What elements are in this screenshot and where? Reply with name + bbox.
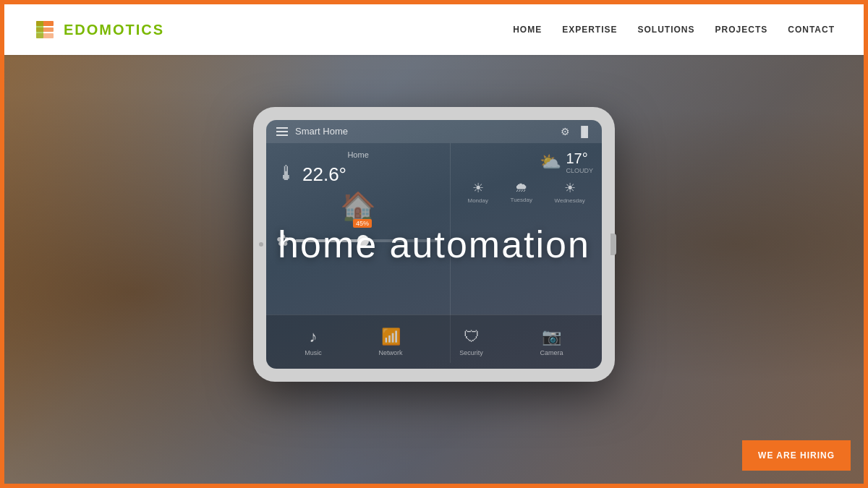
main-nav: HOME EXPERTISE SOLUTIONS PROJECTS CONTAC… [513, 25, 835, 35]
weather-temp: 17° [566, 150, 593, 167]
day-name-wednesday: Wednesday [555, 197, 585, 204]
temperature-value: 22.6° [302, 163, 346, 186]
tablet-mockup: Smart Home ⚙ ▐▌ Home 🌡 [253, 107, 615, 382]
thermometer-icon: 🌡 [276, 163, 297, 184]
temperature-display: 🌡 22.6° [276, 163, 440, 186]
sun-icon: ☀ [472, 180, 484, 196]
security-icon-item[interactable]: 🛡 Security [459, 328, 483, 356]
slider-thumb[interactable] [357, 235, 369, 247]
logo-icon [33, 18, 56, 41]
tablet-camera [259, 242, 263, 247]
fan-control: ✿ 45% [276, 231, 440, 250]
header: EDOMOTICS HOME EXPERTISE SOLUTIONS PROJE… [4, 4, 864, 55]
day-name-monday: Monday [467, 197, 488, 204]
battery-icon: ▐▌ [577, 126, 592, 137]
topbar-right: ⚙ ▐▌ [561, 126, 592, 137]
weather-top: ⛅ 17° CLOUDY [459, 150, 593, 174]
music-icon-item[interactable]: ♪ Music [305, 328, 322, 356]
fan-icon: ✿ [276, 231, 289, 250]
tablet-topbar: Smart Home ⚙ ▐▌ [266, 120, 602, 143]
rain-icon: 🌧 [515, 180, 528, 195]
slider-badge: 45% [353, 219, 372, 228]
nav-home[interactable]: HOME [513, 25, 542, 35]
weather-label: CLOUDY [566, 167, 593, 174]
weather-day-monday: ☀ Monday [467, 180, 488, 204]
tablet-app-title: Smart Home [295, 126, 348, 137]
brand-name: EDOMOTICS [64, 22, 164, 38]
music-label: Music [305, 349, 322, 356]
sun2-icon: ☀ [564, 180, 576, 196]
topbar-left: Smart Home [276, 126, 348, 137]
security-label: Security [459, 349, 483, 356]
camera-icon: 📷 [542, 328, 561, 346]
day-name-tuesday: Tuesday [511, 197, 532, 203]
weather-days: ☀ Monday 🌧 Tuesday ☀ Wednesday [459, 180, 593, 204]
logo-area: EDOMOTICS [33, 18, 164, 41]
network-icon-item[interactable]: 📶 Network [379, 328, 403, 356]
weather-day-wednesday: ☀ Wednesday [555, 180, 585, 204]
music-icon: ♪ [310, 328, 318, 346]
page-frame: EDOMOTICS HOME EXPERTISE SOLUTIONS PROJE… [4, 4, 864, 484]
nav-contact[interactable]: CONTACT [788, 25, 835, 35]
hiring-button[interactable]: WE ARE HIRING [742, 440, 851, 471]
cloud-sun-icon: ⛅ [540, 152, 561, 172]
hamburger-menu[interactable] [276, 127, 288, 136]
camera-label: Camera [540, 349, 563, 356]
fan-slider-container: 45% [295, 232, 440, 249]
camera-icon-item[interactable]: 📷 Camera [540, 328, 563, 356]
weather-info: 17° CLOUDY [566, 150, 593, 174]
shield-icon: 🛡 [464, 328, 480, 346]
weather-day-tuesday: 🌧 Tuesday [511, 180, 532, 204]
tablet-screen: Smart Home ⚙ ▐▌ Home 🌡 [266, 120, 602, 369]
nav-projects[interactable]: PROJECTS [715, 25, 768, 35]
gear-icon[interactable]: ⚙ [561, 126, 570, 137]
tablet-bottom-bar: ♪ Music 📶 Network 🛡 Security 📷 [266, 314, 602, 369]
hamburger-line [276, 134, 288, 136]
wifi-icon: 📶 [381, 328, 401, 346]
nav-expertise[interactable]: EXPERTISE [562, 25, 617, 35]
home-label: Home [276, 150, 440, 159]
svg-rect-3 [36, 21, 43, 38]
hamburger-line [276, 127, 288, 129]
tablet-wrapper: Smart Home ⚙ ▐▌ Home 🌡 [253, 107, 615, 382]
hamburger-line [276, 131, 288, 132]
slider-fill [295, 239, 360, 242]
slider-track[interactable] [295, 239, 440, 242]
hero-content: Smart Home ⚙ ▐▌ Home 🌡 [4, 4, 864, 484]
nav-solutions[interactable]: SOLUTIONS [638, 25, 695, 35]
tablet-home-button[interactable] [610, 234, 616, 255]
network-label: Network [379, 349, 403, 356]
